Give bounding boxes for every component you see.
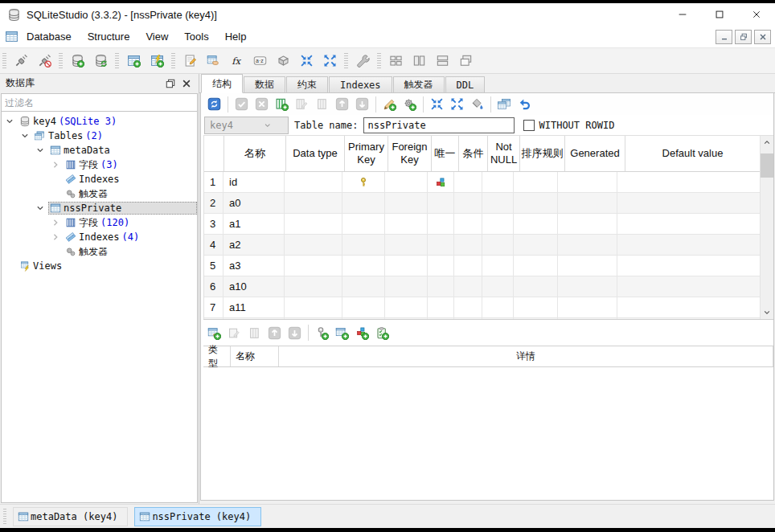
unique-add-button[interactable] bbox=[352, 324, 372, 342]
tree-item-metadata-columns[interactable]: 字段(3) bbox=[2, 158, 197, 172]
toolbar-grip[interactable] bbox=[115, 53, 119, 69]
scroll-down-button[interactable] bbox=[761, 306, 773, 319]
cell-collate[interactable] bbox=[514, 235, 558, 255]
expand-all-button[interactable] bbox=[318, 50, 342, 72]
cell-not-null[interactable] bbox=[482, 193, 514, 213]
cell-not-null[interactable] bbox=[482, 214, 514, 234]
tab-data[interactable]: 数据 bbox=[244, 76, 285, 92]
cell-default[interactable] bbox=[617, 214, 761, 234]
row-number[interactable]: 6 bbox=[204, 276, 223, 297]
menu-view[interactable]: View bbox=[137, 27, 176, 46]
collations-button[interactable]: a·z bbox=[248, 50, 272, 72]
grid-vertical-scrollbar[interactable] bbox=[760, 136, 773, 319]
toolbar-grip[interactable] bbox=[171, 53, 175, 69]
cell-primary-key[interactable] bbox=[342, 297, 385, 317]
cell-foreign-key[interactable] bbox=[385, 214, 428, 234]
toolbar-grip[interactable] bbox=[59, 53, 63, 69]
column-row-a0[interactable]: 2a0 bbox=[204, 193, 761, 214]
cell-default[interactable] bbox=[617, 318, 761, 320]
sql-editor-button[interactable] bbox=[178, 50, 202, 72]
mdi-tile-button[interactable] bbox=[384, 50, 408, 72]
cell-default[interactable] bbox=[617, 276, 761, 297]
cell-foreign-key[interactable] bbox=[385, 318, 428, 320]
menu-database[interactable]: Database bbox=[18, 27, 80, 46]
cell-primary-key[interactable] bbox=[342, 276, 385, 297]
cell-check[interactable] bbox=[454, 256, 482, 276]
cell-generated[interactable] bbox=[558, 235, 617, 255]
taskbar-metadata-window[interactable]: metaData (key4) bbox=[13, 507, 128, 526]
cell-collate[interactable] bbox=[514, 256, 558, 276]
cell-collate[interactable] bbox=[514, 214, 558, 234]
mdi-restore-button[interactable] bbox=[735, 30, 752, 44]
column-row-a2[interactable]: 4a2 bbox=[204, 235, 761, 256]
tree-item-metadata[interactable]: metaData bbox=[2, 143, 197, 158]
chevron-open-icon[interactable] bbox=[19, 130, 33, 141]
row-number[interactable]: 4 bbox=[204, 235, 223, 255]
tree-item-nssprivate[interactable]: nssPrivate bbox=[2, 201, 197, 215]
tree-item-metadata-indexes[interactable]: Indexes bbox=[2, 172, 197, 186]
cell-primary-key[interactable] bbox=[342, 193, 385, 213]
cell-not-null[interactable] bbox=[482, 276, 514, 297]
cell-primary-key[interactable] bbox=[342, 214, 385, 234]
row-number[interactable]: 8 bbox=[204, 318, 223, 320]
cell-foreign-key[interactable] bbox=[385, 235, 428, 255]
chevron-open-icon[interactable] bbox=[4, 116, 18, 127]
tab-constraints[interactable]: 约束 bbox=[286, 76, 328, 92]
chevron-closed-icon[interactable] bbox=[50, 159, 64, 170]
panel-float-button[interactable] bbox=[162, 76, 178, 91]
cell-foreign-key[interactable] bbox=[385, 297, 428, 317]
check-add-button[interactable] bbox=[372, 324, 392, 342]
mdi-minimize-button[interactable] bbox=[716, 30, 732, 44]
chevron-open-icon[interactable] bbox=[35, 203, 48, 214]
chevron-closed-icon[interactable] bbox=[50, 217, 64, 228]
cell-primary-key[interactable] bbox=[342, 235, 385, 255]
tree-item-metadata-triggers[interactable]: 触发器 bbox=[2, 186, 197, 201]
cell-generated[interactable] bbox=[558, 297, 617, 317]
scrollbar-thumb[interactable] bbox=[761, 153, 773, 178]
mdi-cascade-button[interactable] bbox=[454, 50, 478, 72]
cell-check[interactable] bbox=[454, 193, 482, 213]
cell-default[interactable] bbox=[617, 172, 761, 192]
cell-not-null[interactable] bbox=[482, 297, 514, 317]
cell-name[interactable]: a12 bbox=[223, 318, 285, 320]
maximize-button[interactable] bbox=[701, 3, 738, 26]
tree-item-nssprivate-indexes[interactable]: Indexes(4) bbox=[2, 230, 197, 244]
pk-add-button[interactable] bbox=[312, 324, 332, 342]
cell-collate[interactable] bbox=[514, 318, 558, 320]
cell-primary-key[interactable] bbox=[342, 172, 385, 192]
row-number[interactable]: 3 bbox=[204, 214, 223, 234]
close-button[interactable] bbox=[738, 3, 775, 26]
cell-not-null[interactable] bbox=[482, 318, 514, 320]
cell-collate[interactable] bbox=[514, 297, 558, 317]
cell-unique[interactable] bbox=[428, 297, 454, 317]
cell-name[interactable]: a1 bbox=[223, 214, 285, 234]
column-row-a12[interactable]: 8a12 bbox=[204, 318, 761, 320]
cell-generated[interactable] bbox=[558, 193, 617, 213]
cell-generated[interactable] bbox=[558, 214, 617, 234]
database-refresh-button[interactable] bbox=[89, 50, 113, 72]
cell-check[interactable] bbox=[454, 235, 482, 255]
table-name-input[interactable] bbox=[363, 117, 515, 133]
cell-datatype[interactable] bbox=[285, 172, 342, 192]
scroll-up-button[interactable] bbox=[761, 136, 773, 149]
cell-datatype[interactable] bbox=[285, 214, 342, 234]
cell-not-null[interactable] bbox=[482, 172, 514, 192]
cell-primary-key[interactable] bbox=[342, 318, 385, 320]
import-table-button[interactable] bbox=[202, 50, 225, 72]
table-add-button[interactable] bbox=[122, 50, 146, 72]
tree-item-views[interactable]: Views bbox=[2, 259, 197, 273]
cell-foreign-key[interactable] bbox=[385, 172, 428, 192]
taskbar-grip[interactable] bbox=[3, 509, 6, 525]
toolbar-grip[interactable] bbox=[344, 53, 348, 69]
tab-ddl[interactable]: DDL bbox=[445, 76, 486, 92]
cell-unique[interactable] bbox=[428, 193, 454, 213]
tree-item-tables[interactable]: Tables(2) bbox=[2, 129, 197, 143]
tab-triggers[interactable]: 触发器 bbox=[393, 76, 445, 92]
cell-primary-key[interactable] bbox=[342, 256, 385, 276]
tree-item-nssprivate-triggers[interactable]: 触发器 bbox=[2, 244, 197, 259]
without-rowid-checkbox[interactable]: WITHOUT ROWID bbox=[523, 120, 614, 131]
column-row-a11[interactable]: 7a11 bbox=[204, 297, 761, 318]
column-add-button[interactable] bbox=[272, 95, 292, 113]
chevron-open-icon[interactable] bbox=[35, 145, 48, 156]
column-row-a10[interactable]: 6a10 bbox=[204, 276, 761, 297]
